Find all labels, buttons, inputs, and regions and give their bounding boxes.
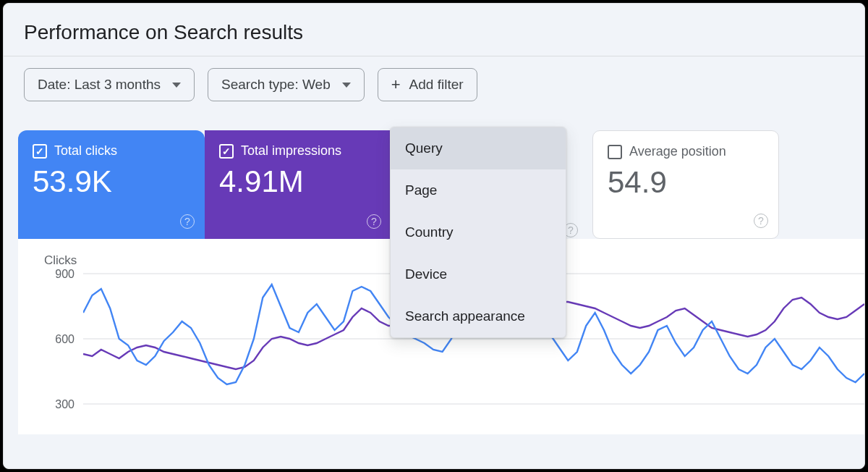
dropdown-item-device[interactable]: Device [391,253,566,295]
chevron-down-icon [172,83,181,88]
add-filter-dropdown: Query Page Country Device Search appeara… [390,127,566,338]
impr-label: Total impressions [241,143,341,159]
plus-icon: + [391,77,401,93]
ytick-high: 900 [48,268,75,281]
dropdown-item-page[interactable]: Page [391,169,566,211]
search-type-chip[interactable]: Search type: Web [208,68,365,101]
card-average-position[interactable]: Average position 54.9 ? [592,130,779,239]
chart-y-axis-label: Clicks [44,253,77,268]
clicks-checkbox-icon[interactable] [33,144,47,159]
help-icon[interactable]: ? [754,214,768,228]
help-icon[interactable]: ? [367,214,381,229]
clicks-label: Total clicks [54,143,117,159]
impr-value: 4.91M [219,164,377,199]
date-filter-chip[interactable]: Date: Last 3 months [24,68,195,101]
search-type-label: Search type: Web [221,77,331,93]
date-filter-label: Date: Last 3 months [38,77,161,93]
help-icon[interactable]: ? [180,214,195,229]
ytick-mid: 600 [48,333,75,346]
chevron-down-icon [342,83,351,88]
card-total-impressions[interactable]: Total impressions 4.91M ? [205,130,391,239]
add-filter-chip[interactable]: + Add filter [378,68,477,101]
dropdown-item-country[interactable]: Country [391,211,566,253]
ytick-low: 300 [48,398,75,411]
dropdown-item-search-appearance[interactable]: Search appearance [391,295,566,337]
page-title: Performance on Search results [4,4,864,56]
position-checkbox-icon[interactable] [608,145,622,159]
filter-row: Date: Last 3 months Search type: Web + A… [4,56,864,119]
position-value: 54.9 [608,165,764,200]
dropdown-item-query[interactable]: Query [391,127,566,169]
add-filter-label: Add filter [409,77,464,93]
card-total-clicks[interactable]: Total clicks 53.9K ? [18,130,205,239]
clicks-value: 53.9K [33,164,190,199]
position-label: Average position [629,144,726,159]
impr-checkbox-icon[interactable] [219,144,234,159]
